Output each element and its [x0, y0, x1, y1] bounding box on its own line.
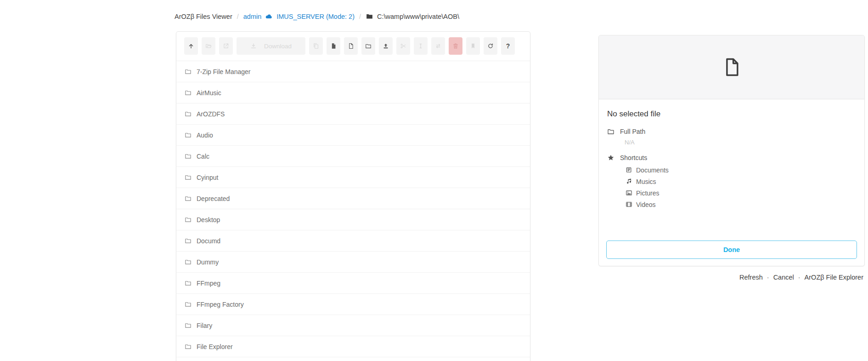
file-list-item[interactable]: Audio — [176, 125, 530, 146]
toolbar-button-delete[interactable] — [449, 37, 462, 55]
shortcut-item-documents[interactable]: Documents — [626, 164, 856, 176]
star-icon — [607, 154, 614, 161]
shortcuts-row: Shortcuts — [607, 154, 856, 161]
file-name: 7-Zip File Manager — [197, 68, 251, 75]
paste-icon — [330, 43, 337, 49]
breadcrumb-current-path: C:\wamp\www\private\AOB\ — [377, 13, 459, 20]
shortcut-list: DocumentsMusicsPicturesVideos — [626, 164, 856, 210]
newspaper-icon — [626, 166, 632, 173]
folder-icon — [185, 301, 192, 308]
file-browser-card: Download? 7-Zip File ManagerAirMusicArOZ… — [176, 31, 530, 361]
toolbar-button-new-file[interactable] — [344, 37, 358, 55]
footer-separator: · — [767, 274, 769, 281]
shortcut-label: Documents — [636, 166, 669, 174]
shortcut-item-pictures[interactable]: Pictures — [626, 187, 856, 199]
shortcuts-label: Shortcuts — [620, 154, 647, 161]
file-icon — [721, 55, 742, 79]
toolbar-button-paste[interactable] — [327, 37, 340, 55]
file-list-item[interactable]: File Explorer — [176, 336, 530, 357]
shortcut-item-musics[interactable]: Musics — [626, 176, 856, 187]
file-list-item[interactable]: Dummy — [176, 252, 530, 273]
file-list-item[interactable]: Cyinput — [176, 167, 530, 188]
toolbar-button-cut[interactable] — [396, 37, 410, 55]
toolbar-button-upload[interactable] — [379, 37, 393, 55]
file-list-item[interactable]: Deprecated — [176, 188, 530, 209]
file-name: Desktop — [197, 216, 220, 223]
copy-icon — [313, 43, 319, 49]
toolbar-button-rename[interactable] — [414, 37, 428, 55]
toolbar-button-bookmark[interactable] — [466, 37, 480, 55]
footer-refresh-link[interactable]: Refresh — [739, 274, 763, 281]
file-list-item[interactable]: AirMusic — [176, 82, 530, 103]
file-name: Dummy — [197, 258, 219, 266]
folder-filled-icon — [366, 12, 373, 20]
breadcrumb-server-link[interactable]: IMUS_SERVER (Mode: 2) — [276, 13, 355, 20]
full-path-label: Full Path — [620, 128, 645, 135]
footer-file-explorer-link[interactable]: ArOZβ File Explorer — [805, 274, 863, 281]
footer-cancel-link[interactable]: Cancel — [773, 274, 794, 281]
folder-icon — [185, 237, 192, 244]
file-list-item[interactable]: ArOZDFS — [176, 103, 530, 125]
file-list: 7-Zip File ManagerAirMusicArOZDFSAudioCa… — [176, 61, 530, 357]
swap-icon — [435, 43, 441, 49]
file-list-item[interactable]: Documd — [176, 230, 530, 252]
bookmark-icon — [470, 43, 476, 49]
file-detail-panel: No selected file Full Path N/A Shortcuts… — [598, 35, 865, 266]
file-name: FFmpeg — [197, 280, 220, 287]
done-button[interactable]: Done — [606, 241, 857, 259]
shortcut-label: Videos — [636, 201, 656, 208]
file-preview-area — [599, 35, 864, 99]
file-list-item[interactable]: 7-Zip File Manager — [176, 61, 530, 82]
breadcrumb-app-title: ArOZβ Files Viewer — [175, 13, 232, 20]
footer-separator: · — [798, 274, 800, 281]
breadcrumb-separator: / — [236, 13, 240, 20]
refresh-icon — [487, 43, 494, 49]
shortcut-item-videos[interactable]: Videos — [626, 199, 856, 210]
file-list-item[interactable]: Desktop — [176, 209, 530, 230]
folder-icon — [185, 280, 192, 287]
file-list-item[interactable]: Filary — [176, 315, 530, 336]
file-list-item[interactable]: FFmpeg — [176, 273, 530, 294]
toolbar-button-move[interactable] — [431, 37, 445, 55]
toolbar-button-copy[interactable] — [309, 37, 323, 55]
folder-icon — [365, 43, 372, 49]
folder-icon — [185, 343, 192, 350]
toolbar-button-open-external[interactable] — [219, 37, 233, 55]
file-name: Deprecated — [197, 195, 230, 202]
folder-icon — [185, 258, 192, 265]
file-name: Audio — [197, 132, 213, 139]
cloud-icon — [265, 12, 273, 20]
footer-links: Refresh·Cancel·ArOZβ File Explorer — [739, 274, 863, 281]
folder-icon — [185, 132, 192, 138]
file-name: Filary — [197, 322, 212, 329]
file-list-item[interactable]: Calc — [176, 146, 530, 167]
breadcrumb-separator: / — [358, 13, 362, 20]
text-cursor-icon — [417, 43, 424, 49]
file-list-item[interactable]: FFmpeg Factory — [176, 294, 530, 315]
folder-icon — [185, 110, 192, 117]
music-icon — [626, 178, 632, 185]
folder-icon — [607, 128, 614, 135]
trash-icon — [452, 43, 459, 49]
toolbar: Download? — [176, 32, 530, 61]
detail-body: No selected file Full Path N/A Shortcuts… — [599, 99, 864, 210]
image-icon — [626, 189, 632, 196]
question-icon: ? — [506, 42, 510, 50]
file-name: FFmpeg Factory — [197, 301, 244, 308]
toolbar-button-go-up[interactable] — [184, 37, 198, 55]
toolbar-button-help[interactable]: ? — [501, 37, 515, 55]
file-icon — [348, 43, 354, 49]
toolbar-button-refresh[interactable] — [484, 37, 497, 55]
toolbar-button-download[interactable]: Download — [237, 37, 305, 55]
file-name: Documd — [197, 237, 220, 245]
file-name: AirMusic — [197, 89, 221, 97]
shortcut-label: Pictures — [636, 189, 659, 197]
breadcrumb-user-link[interactable]: admin — [243, 13, 262, 20]
file-name: Cyinput — [197, 174, 218, 181]
folder-icon — [185, 216, 192, 223]
folder-open-icon — [205, 43, 212, 49]
toolbar-button-new-folder[interactable] — [361, 37, 375, 55]
toolbar-button-open[interactable] — [202, 37, 215, 55]
aroz-files-viewer-page: ArOZβ Files Viewer/adminIMUS_SERVER (Mod… — [0, 0, 868, 361]
folder-icon — [185, 68, 192, 75]
